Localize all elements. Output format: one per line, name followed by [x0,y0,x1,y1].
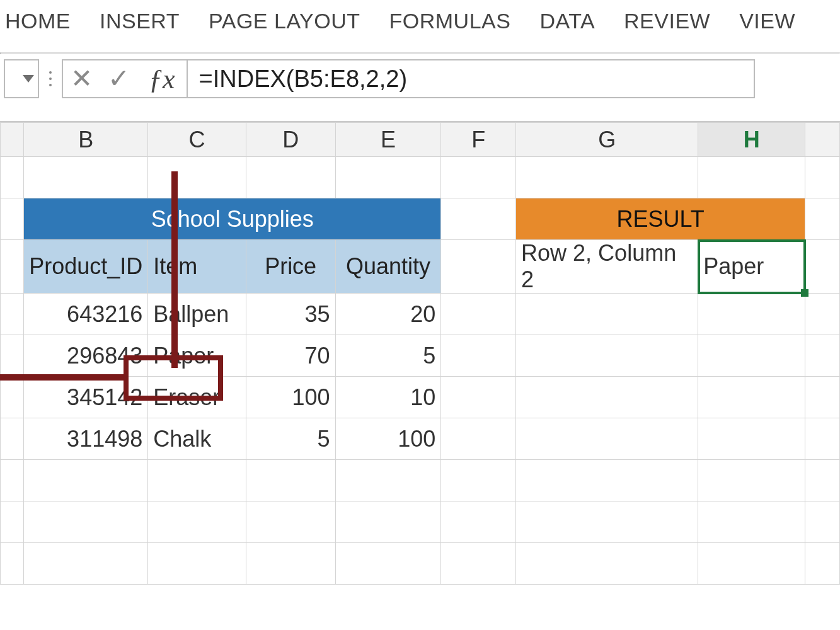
table-row[interactable] [1,501,840,543]
formula-input[interactable] [188,59,755,98]
col-header-b[interactable]: B [24,123,148,157]
spreadsheet-grid[interactable]: B C D E F G H School Supplies RESULT Pro… [0,121,840,585]
fx-icon[interactable]: ƒx [145,63,179,95]
col-header-c[interactable]: C [148,123,246,157]
table-row[interactable]: Product_ID Item Price Quantity Row 2, Co… [1,240,840,294]
header-quantity[interactable]: Quantity [335,240,441,294]
corner-cell[interactable] [1,123,24,157]
col-header-f[interactable]: F [441,123,516,157]
cell[interactable]: 5 [335,335,441,377]
col-header-blank[interactable] [805,123,840,157]
cell[interactable]: 311498 [24,418,148,460]
cell[interactable]: 10 [335,377,441,418]
col-header-e[interactable]: E [335,123,441,157]
header-item[interactable]: Item [148,240,246,294]
table-title-right[interactable]: RESULT [516,198,805,240]
sheet-table[interactable]: B C D E F G H School Supplies RESULT Pro… [0,122,840,585]
cell[interactable]: 70 [246,335,335,377]
cell[interactable]: 5 [246,418,335,460]
column-header-row: B C D E F G H [1,123,840,157]
cell[interactable]: 35 [246,294,335,335]
ribbon-tab-page-layout[interactable]: PAGE LAYOUT [209,9,360,33]
enter-icon[interactable]: ✓ [108,66,130,92]
name-box-dropdown[interactable] [4,59,39,98]
table-row[interactable]: 296843 Paper 70 5 [1,335,840,377]
ribbon-tab-data[interactable]: DATA [539,9,595,33]
col-header-d[interactable]: D [246,123,335,157]
ribbon-tab-review[interactable]: REVIEW [624,9,710,33]
table-title-left[interactable]: School Supplies [24,198,441,240]
ribbon-tab-view[interactable]: VIEW [739,9,795,33]
col-header-g[interactable]: G [516,123,698,157]
table-row[interactable]: School Supplies RESULT [1,198,840,240]
ribbon-tab-formulas[interactable]: FORMULAS [389,9,511,33]
ribbon-tab-insert[interactable]: INSERT [100,9,180,33]
header-price[interactable]: Price [246,240,335,294]
ribbon-tabs: HOME INSERT PAGE LAYOUT FORMULAS DATA RE… [0,0,840,52]
table-row[interactable] [1,157,840,198]
formula-bar: ✕ ✓ ƒx [0,54,840,103]
cancel-icon[interactable]: ✕ [71,66,93,92]
table-row[interactable] [1,460,840,501]
cell[interactable]: Eraser [148,377,246,418]
chevron-down-icon [23,75,34,83]
table-row[interactable]: 311498 Chalk 5 100 [1,418,840,460]
cell[interactable]: 643216 [24,294,148,335]
cell-highlighted[interactable]: Paper [148,335,246,377]
cell[interactable]: 100 [246,377,335,418]
svg-marker-0 [23,75,34,83]
table-row[interactable]: 643216 Ballpen 35 20 [1,294,840,335]
table-row[interactable]: 345142 Eraser 100 10 [1,377,840,418]
result-cell[interactable]: Paper [698,240,805,294]
col-header-h[interactable]: H [698,123,805,157]
cell[interactable]: Ballpen [148,294,246,335]
cell[interactable]: 345142 [24,377,148,418]
ribbon-tab-home[interactable]: HOME [5,9,71,33]
header-product-id[interactable]: Product_ID [24,240,148,294]
cell[interactable]: Chalk [148,418,246,460]
drag-handle-icon [44,71,57,86]
cell[interactable]: 100 [335,418,441,460]
cell[interactable]: 296843 [24,335,148,377]
table-row[interactable] [1,543,840,585]
formula-bar-buttons: ✕ ✓ ƒx [62,59,188,98]
cell[interactable]: 20 [335,294,441,335]
result-label[interactable]: Row 2, Column 2 [516,240,698,294]
